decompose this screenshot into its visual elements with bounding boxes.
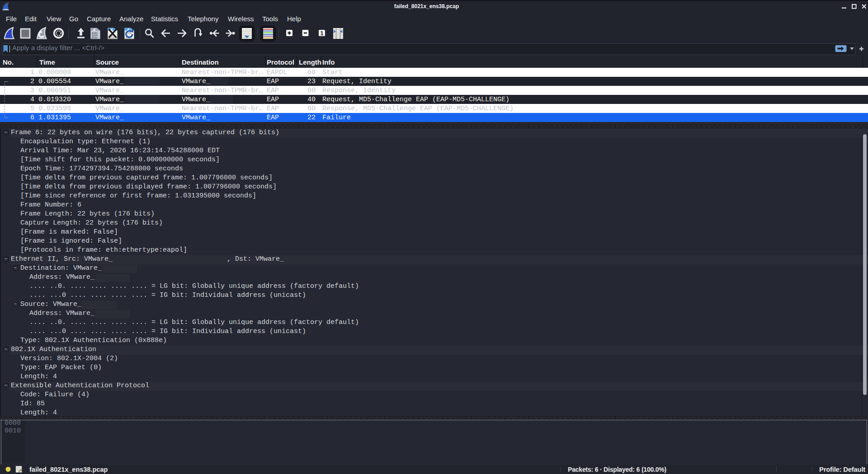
svg-text:0111: 0111 — [92, 37, 98, 39]
svg-text:1: 1 — [321, 30, 324, 37]
